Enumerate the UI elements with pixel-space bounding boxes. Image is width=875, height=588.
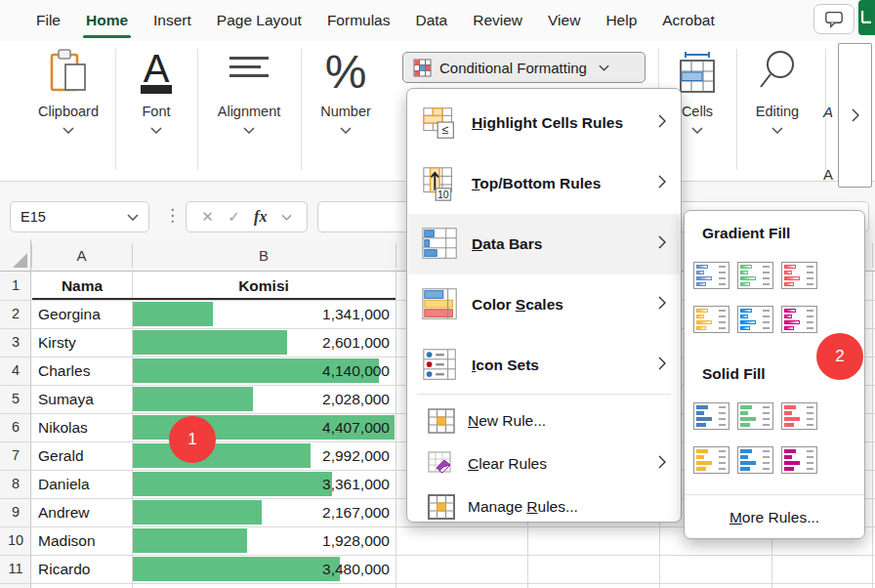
tab-data[interactable]: Data xyxy=(402,0,460,41)
swatch-solid-red[interactable] xyxy=(781,402,817,430)
name-box-value: E15 xyxy=(21,209,46,225)
confirm-icon[interactable]: ✓ xyxy=(228,208,240,226)
swatch-gradient-orange[interactable] xyxy=(693,306,729,333)
row-header-2[interactable]: 2 xyxy=(0,300,31,328)
ribbon-group-alignment[interactable]: Alignment xyxy=(201,41,297,181)
name-box[interactable]: E15 xyxy=(10,201,149,232)
ribbon-group-font[interactable]: A Font xyxy=(119,41,193,181)
conditional-formatting-icon xyxy=(413,59,432,77)
swatch-row xyxy=(693,306,817,333)
data-bar xyxy=(133,387,253,411)
font-icon: A xyxy=(134,47,179,98)
cell-name[interactable]: Nikolas xyxy=(32,413,132,441)
tab-view[interactable]: View xyxy=(535,0,593,41)
tab-home[interactable]: Home xyxy=(73,0,141,41)
row-header-3[interactable]: 3 xyxy=(0,328,31,357)
ribbon-overflow-panel[interactable] xyxy=(838,43,872,188)
tab-insert[interactable]: Insert xyxy=(141,0,204,41)
column-divider[interactable] xyxy=(396,243,396,268)
ribbon-group-number[interactable]: % Number xyxy=(305,41,387,181)
cell-name[interactable]: Madison xyxy=(32,526,132,555)
chevron-down-icon[interactable] xyxy=(62,127,74,134)
swatch-gradient-purple[interactable] xyxy=(781,306,817,333)
cell-name[interactable]: Sumaya xyxy=(32,385,132,413)
chevron-down-icon[interactable] xyxy=(150,127,162,134)
cell-name[interactable]: Kirsty xyxy=(32,328,132,357)
cell-value[interactable]: 1,341,000 xyxy=(133,300,396,328)
swatch-solid-purple[interactable] xyxy=(781,446,817,474)
tab-help[interactable]: Help xyxy=(593,0,649,41)
tab-review[interactable]: Review xyxy=(460,0,535,41)
header-cell-nama[interactable]: Nama xyxy=(32,272,132,300)
cell-name[interactable]: Gerald xyxy=(32,441,132,470)
new-rule-icon xyxy=(427,406,456,436)
cell-name[interactable]: Georgina xyxy=(32,300,132,328)
cell-value[interactable]: 1,928,000 xyxy=(133,526,396,555)
chevron-down-icon[interactable] xyxy=(771,127,783,134)
swatch-gradient-green[interactable] xyxy=(737,262,773,289)
chevron-down-icon[interactable] xyxy=(340,127,352,134)
swatch-solid-lightblue[interactable] xyxy=(737,446,773,474)
column-header-a[interactable]: A xyxy=(31,239,132,272)
row-header-8[interactable]: 8 xyxy=(0,470,31,498)
swatch-solid-green[interactable] xyxy=(737,402,773,430)
swatch-bars xyxy=(784,309,804,330)
row-header-1[interactable]: 1 xyxy=(0,272,31,300)
menu-item-clear-rules[interactable]: Clear Rules xyxy=(408,442,680,485)
menu-item-highlight-cells-rules[interactable]: ≤ Highlight Cells Rules xyxy=(408,93,680,153)
cell-name[interactable]: Daniela xyxy=(32,470,132,498)
row-header-6[interactable]: 6 xyxy=(0,413,31,441)
tab-page-layout[interactable]: Page Layout xyxy=(204,0,314,41)
cell-name[interactable]: Andrew xyxy=(32,498,132,526)
menu-item-data-bars[interactable]: Data Bars xyxy=(408,214,680,274)
column-header-b[interactable]: B xyxy=(132,239,396,272)
cell-value[interactable]: 2,028,000 xyxy=(133,385,396,413)
menu-item-color-scales[interactable]: Color Scales xyxy=(408,274,680,335)
cell-value[interactable]: 2,167,000 xyxy=(133,498,396,526)
chevron-down-icon[interactable] xyxy=(243,127,255,134)
ribbon-group-clipboard[interactable]: Clipboard xyxy=(21,41,115,181)
select-all-corner[interactable] xyxy=(0,239,31,272)
conditional-formatting-button[interactable]: Conditional Formatting xyxy=(402,52,646,83)
row-header-7[interactable]: 7 xyxy=(0,441,31,470)
swatch-solid-blue[interactable] xyxy=(693,402,729,430)
menu-item-top-bottom-rules[interactable]: 10 Top/Bottom Rules xyxy=(408,153,680,214)
row-header-5[interactable]: 5 xyxy=(0,385,31,413)
tab-acrobat[interactable]: Acrobat xyxy=(649,0,727,41)
row-header-11[interactable]: 11 xyxy=(0,555,31,583)
swatch-gradient-blue[interactable] xyxy=(693,262,729,289)
menu-item-label: Top/Bottom Rules xyxy=(472,175,601,192)
comment-button[interactable] xyxy=(813,4,854,34)
cell-name[interactable]: Ricardo xyxy=(32,555,132,583)
fx-icon[interactable]: fx xyxy=(254,208,267,226)
tab-formulas[interactable]: Formulas xyxy=(314,0,403,41)
excel-corner-icon[interactable] xyxy=(858,0,875,35)
swatch-marks xyxy=(718,449,727,471)
row-header-10[interactable]: 10 xyxy=(0,526,31,555)
chevron-down-icon[interactable] xyxy=(281,214,292,221)
header-cell-komisi[interactable]: Komisi xyxy=(132,272,396,300)
formula-bar-grip[interactable]: ⋮ xyxy=(164,205,181,226)
menu-item-manage-rules[interactable]: Manage Rules... xyxy=(408,485,680,528)
menu-item-icon-sets[interactable]: Icon Sets xyxy=(408,335,680,396)
row-header-9[interactable]: 9 xyxy=(0,498,31,526)
cell-value[interactable]: 2,601,000 xyxy=(133,328,396,357)
swatch-solid-orange[interactable] xyxy=(693,446,729,474)
swatch-gradient-red[interactable] xyxy=(781,262,817,289)
ribbon-group-editing[interactable]: Editing xyxy=(740,41,814,181)
cell-value[interactable]: 4,140,000 xyxy=(133,357,396,385)
tab-file[interactable]: File xyxy=(23,0,73,41)
chevron-down-icon[interactable] xyxy=(691,127,703,134)
row-header-4[interactable]: 4 xyxy=(0,357,31,385)
cell-value[interactable]: 3,480,000 xyxy=(133,555,396,583)
cell-value[interactable]: 3,361,000 xyxy=(133,470,396,498)
cell-name[interactable]: Charles xyxy=(32,357,132,385)
more-rules-item[interactable]: More Rules... xyxy=(685,509,864,526)
swatch-gradient-lightblue[interactable] xyxy=(737,306,773,333)
svg-text:A: A xyxy=(144,47,170,90)
name-box-chevron-icon[interactable] xyxy=(127,214,139,221)
menu-item-new-rule[interactable]: New Rule... xyxy=(408,399,680,442)
column-divider[interactable] xyxy=(872,243,873,268)
swatch-marks xyxy=(718,309,727,330)
cancel-icon[interactable]: ✕ xyxy=(201,208,214,226)
